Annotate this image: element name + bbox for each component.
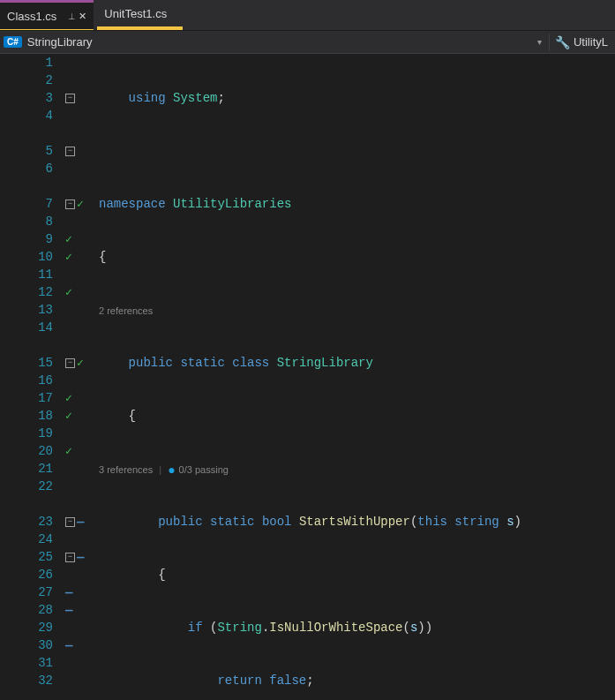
line-number: 10 — [0, 248, 53, 266]
code-line: using System; — [99, 89, 615, 107]
test-pass-icon: ✓ — [65, 391, 72, 405]
codelens-references[interactable]: 3 references | ● 0/3 passing — [99, 460, 615, 478]
code-line: { — [99, 248, 615, 266]
code-line: return false; — [99, 672, 615, 689]
test-notrun-icon: — — [65, 603, 72, 617]
test-notrun-icon: — — [65, 585, 72, 599]
line-number: 21 — [0, 460, 53, 478]
pin-icon[interactable]: ⟂ — [69, 11, 75, 21]
line-number: 19 — [0, 425, 53, 442]
line-number: 32 — [0, 672, 53, 689]
test-pass-icon: ✓ — [65, 232, 72, 246]
line-number: 3 — [0, 89, 53, 107]
line-number: 30 — [0, 636, 53, 654]
code-line: namespace UtilityLibraries — [99, 195, 615, 213]
code-area[interactable]: using System; namespace UtilityLibraries… — [97, 54, 615, 700]
test-pass-icon: ✓ — [77, 356, 84, 370]
line-number: 9 — [0, 230, 53, 248]
code-editor[interactable]: 1 2 3 4 5 6 7 8 9 10 11 12 13 14 15 16 1… — [0, 54, 615, 700]
code-line: public static bool StartsWithUpper(this … — [99, 513, 615, 531]
line-number: 24 — [0, 531, 53, 548]
tab-label: UnitTest1.cs — [104, 7, 167, 20]
indicator-margin: − − −✓ ✓ ✓ ✓ −✓ ✓ ✓ ✓ −— −— — — — — [64, 54, 97, 700]
line-number: 20 — [0, 442, 53, 460]
line-number — [0, 177, 53, 195]
code-line: if (String.IsNullOrWhiteSpace(s)) — [99, 619, 615, 636]
line-number: 7 — [0, 195, 53, 213]
code-line — [99, 142, 615, 160]
scope-dropdown[interactable]: StringLibrary ▾ — [22, 35, 547, 49]
test-pass-icon: ✓ — [65, 250, 72, 264]
fold-toggle[interactable]: − — [65, 553, 75, 562]
member-dropdown[interactable]: 🔧 UtilityL — [551, 35, 611, 49]
line-number: 23 — [0, 513, 53, 531]
line-number-gutter: 1 2 3 4 5 6 7 8 9 10 11 12 13 14 15 16 1… — [0, 54, 64, 700]
test-pass-icon: ✓ — [65, 444, 72, 458]
line-number: 17 — [0, 389, 53, 407]
line-number: 5 — [0, 142, 53, 160]
test-pass-icon: ✓ — [77, 197, 84, 211]
line-number — [0, 336, 53, 354]
code-line: { — [99, 407, 615, 425]
scope-label: StringLibrary — [27, 35, 93, 49]
tab-unittest1[interactable]: UnitTest1.cs — [97, 0, 183, 30]
fold-toggle[interactable]: − — [65, 517, 75, 527]
line-number: 1 — [0, 54, 53, 72]
line-number: 2 — [0, 72, 53, 89]
line-number: 16 — [0, 372, 53, 389]
line-number — [0, 124, 53, 142]
line-number: 31 — [0, 654, 53, 672]
wrench-icon: 🔧 — [555, 35, 570, 49]
line-number: 11 — [0, 266, 53, 283]
line-number: 27 — [0, 583, 53, 601]
test-notrun-icon: — — [65, 638, 72, 652]
codelens-references[interactable]: 2 references — [99, 301, 615, 319]
fold-toggle[interactable]: − — [65, 94, 75, 103]
language-badge: C# — [4, 36, 22, 48]
code-line: { — [99, 566, 615, 583]
line-number: 29 — [0, 619, 53, 636]
test-notrun-icon: — — [77, 515, 84, 529]
line-number: 12 — [0, 283, 53, 301]
tab-class1[interactable]: Class1.cs ⟂ ✕ — [0, 0, 94, 30]
line-number: 28 — [0, 601, 53, 619]
navigation-bar: C# StringLibrary ▾ 🔧 UtilityL — [0, 31, 615, 54]
line-number: 26 — [0, 566, 53, 583]
line-number: 18 — [0, 407, 53, 425]
line-number: 25 — [0, 548, 53, 566]
line-number: 14 — [0, 319, 53, 336]
test-pass-icon: ✓ — [65, 285, 72, 299]
line-number: 13 — [0, 301, 53, 319]
fold-toggle[interactable]: − — [65, 147, 75, 156]
close-icon[interactable]: ✕ — [79, 11, 86, 22]
test-pass-icon: ✓ — [65, 409, 72, 423]
tab-bar: Class1.cs ⟂ ✕ UnitTest1.cs — [0, 0, 615, 31]
code-line: public static class StringLibrary — [99, 354, 615, 372]
nav-divider — [549, 34, 550, 51]
dropdown-arrow-icon: ▾ — [537, 37, 542, 47]
fold-toggle[interactable]: − — [65, 199, 75, 209]
tab-label: Class1.cs — [7, 10, 56, 23]
line-number — [0, 495, 53, 513]
test-notrun-icon: — — [77, 550, 84, 564]
fold-toggle[interactable]: − — [65, 358, 75, 368]
line-number: 15 — [0, 354, 53, 372]
member-label: UtilityL — [574, 35, 608, 49]
line-number: 6 — [0, 160, 53, 177]
line-number: 22 — [0, 478, 53, 495]
line-number: 4 — [0, 107, 53, 124]
line-number: 8 — [0, 213, 53, 230]
